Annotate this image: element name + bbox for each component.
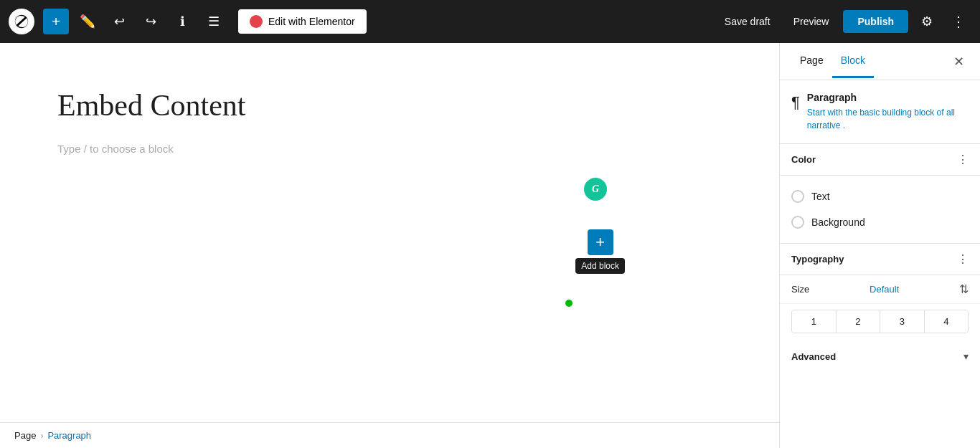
edit-pen-button[interactable]: ✏️: [75, 9, 100, 34]
color-background-option[interactable]: Background: [791, 210, 969, 234]
color-section: Color ⋮ Text Background: [780, 144, 980, 244]
size-label: Size: [791, 284, 809, 295]
sidebar-close-button[interactable]: ✕: [948, 52, 969, 72]
breadcrumb: Page › Paragraph: [0, 422, 779, 448]
breadcrumb-separator: ›: [40, 431, 43, 441]
paragraph-title: Paragraph: [807, 92, 969, 103]
color-background-label: Background: [811, 216, 865, 228]
sidebar-header: Page Block ✕: [780, 43, 980, 80]
info-button[interactable]: ℹ: [169, 9, 195, 34]
size-controls-icon[interactable]: ⇅: [959, 282, 969, 296]
edit-elementor-button[interactable]: Edit with Elementor: [238, 9, 367, 34]
plus-icon: +: [595, 234, 605, 250]
paragraph-icon: ¶: [791, 93, 800, 112]
breadcrumb-current[interactable]: Paragraph: [47, 430, 91, 441]
tab-page[interactable]: Page: [791, 44, 832, 78]
size-button-2[interactable]: 2: [837, 310, 881, 333]
advanced-chevron-icon: ▾: [963, 351, 969, 362]
paragraph-header: ¶ Paragraph Start with the basic buildin…: [791, 92, 969, 132]
green-status-dot: [565, 300, 573, 307]
add-block-button[interactable]: +: [43, 9, 69, 34]
size-buttons: 1 2 3 4: [791, 310, 969, 333]
redo-button[interactable]: ↪: [138, 9, 164, 34]
size-button-1[interactable]: 1: [792, 310, 837, 333]
paragraph-info: Paragraph Start with the basic building …: [807, 92, 969, 132]
color-more-button[interactable]: ⋮: [957, 153, 969, 166]
size-value: Default: [870, 284, 899, 295]
advanced-section-title: Advanced: [791, 351, 836, 362]
size-button-3[interactable]: 3: [880, 310, 925, 333]
save-draft-button[interactable]: Save draft: [716, 10, 779, 33]
paragraph-section: ¶ Paragraph Start with the basic buildin…: [780, 80, 980, 144]
undo-button[interactable]: ↩: [106, 9, 132, 34]
color-section-header: Color ⋮: [780, 144, 980, 176]
edit-elementor-label: Edit with Elementor: [268, 16, 355, 27]
sidebar: Page Block ✕ ¶ Paragraph Start with the …: [779, 43, 980, 448]
paragraph-desc-after: .: [843, 120, 845, 130]
elementor-logo: [250, 15, 263, 28]
size-row: Size Default ⇅: [780, 275, 980, 304]
advanced-section-header[interactable]: Advanced ▾: [780, 342, 980, 371]
add-block-tooltip: Add block: [575, 258, 625, 274]
block-placeholder[interactable]: Type / to choose a block: [57, 143, 722, 155]
color-background-radio[interactable]: [791, 216, 804, 229]
breadcrumb-page[interactable]: Page: [14, 430, 36, 441]
page-title: Embed Content: [57, 86, 722, 125]
wp-logo[interactable]: [9, 9, 34, 34]
color-section-title: Color: [791, 154, 816, 165]
color-text-option[interactable]: Text: [791, 184, 969, 209]
settings-button[interactable]: ⚙: [914, 9, 940, 34]
color-text-label: Text: [811, 191, 830, 202]
typography-section: Typography ⋮ Size Default ⇅ 1 2 3 4: [780, 244, 980, 342]
editor-area: Embed Content Type / to choose a block +…: [0, 43, 779, 448]
more-options-button[interactable]: ⋮: [946, 10, 971, 33]
add-block-area: + Add block: [575, 229, 625, 274]
preview-button[interactable]: Preview: [785, 10, 838, 33]
typography-section-header: Typography ⋮: [780, 244, 980, 275]
list-view-button[interactable]: ☰: [201, 9, 227, 34]
main-area: Embed Content Type / to choose a block +…: [0, 43, 980, 448]
typography-more-button[interactable]: ⋮: [957, 252, 969, 266]
paragraph-desc-before: Start with the basic building block of: [807, 108, 944, 118]
advanced-section: Advanced ▾: [780, 342, 980, 371]
editor-content[interactable]: Embed Content Type / to choose a block +…: [0, 43, 779, 422]
typography-section-title: Typography: [791, 254, 844, 264]
add-block-inline-button[interactable]: +: [588, 229, 613, 255]
color-text-radio[interactable]: [791, 190, 804, 203]
grammarly-icon: [584, 178, 607, 201]
size-button-4[interactable]: 4: [925, 310, 969, 333]
publish-button[interactable]: Publish: [843, 10, 908, 33]
toolbar: + ✏️ ↩ ↪ ℹ ☰ Edit with Elementor Save dr…: [0, 0, 980, 43]
tab-block[interactable]: Block: [832, 44, 874, 78]
color-options: Text Background: [780, 176, 980, 244]
paragraph-description: Start with the basic building block of a…: [807, 106, 969, 132]
